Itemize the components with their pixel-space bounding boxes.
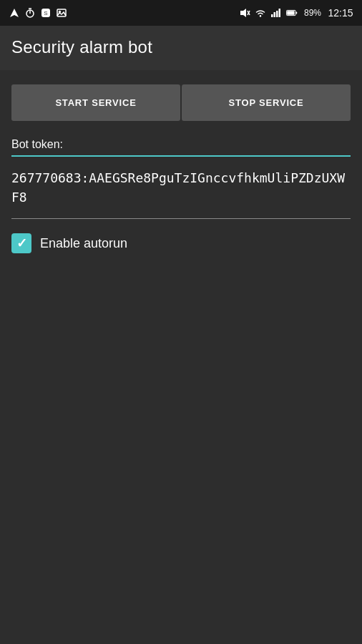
timer-icon <box>24 7 36 19</box>
bot-token-section: Bot token: 267770683:AAEGSRe8PguTzIGnccv… <box>11 138 351 219</box>
status-bar-left-icons: S <box>9 7 67 19</box>
bot-token-value[interactable]: 267770683:AAEGSRe8PguTzIGnccvfhkmUliPZDz… <box>11 168 351 207</box>
svg-marker-0 <box>10 9 19 17</box>
start-service-button[interactable]: START SERVICE <box>11 84 180 121</box>
nav-icon <box>9 7 20 19</box>
svg-rect-14 <box>276 11 278 17</box>
checkmark-icon: ✓ <box>16 237 27 250</box>
status-bar-right-icons: 89% 12:15 <box>239 7 353 19</box>
signal-icon <box>270 7 282 19</box>
main-content: START SERVICE STOP SERVICE Bot token: 26… <box>0 70 362 268</box>
autorun-checkbox[interactable]: ✓ <box>11 233 31 253</box>
bot-token-underline <box>11 155 351 157</box>
stop-service-button[interactable]: STOP SERVICE <box>182 84 351 121</box>
autorun-label: Enable autorun <box>40 236 127 251</box>
image-icon <box>56 7 67 19</box>
badge-icon: S <box>40 7 52 19</box>
wifi-icon <box>255 7 266 19</box>
page-title: Security alarm bot <box>11 37 351 57</box>
battery-icon <box>286 7 298 19</box>
svg-rect-15 <box>279 9 281 17</box>
bot-token-bottom-divider <box>11 218 351 219</box>
autorun-section: ✓ Enable autorun <box>11 233 351 253</box>
svg-marker-8 <box>240 9 246 17</box>
title-bar: Security alarm bot <box>0 26 362 70</box>
svg-point-11 <box>260 15 261 16</box>
svg-rect-17 <box>287 11 294 15</box>
svg-rect-13 <box>274 12 276 17</box>
svg-rect-18 <box>296 11 298 14</box>
svg-text:S: S <box>44 10 47 16</box>
status-bar: S <box>0 0 362 26</box>
bot-token-label: Bot token: <box>11 138 351 151</box>
mute-icon <box>239 7 250 19</box>
time-display: 12:15 <box>328 7 353 19</box>
service-buttons-row: START SERVICE STOP SERVICE <box>11 84 351 121</box>
svg-rect-12 <box>271 14 273 17</box>
battery-percent: 89% <box>302 7 323 19</box>
